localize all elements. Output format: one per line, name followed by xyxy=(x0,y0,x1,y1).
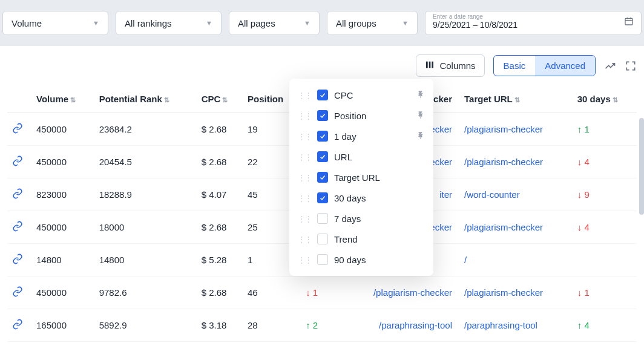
volume-filter[interactable]: Volume ▼ xyxy=(2,11,108,35)
svg-rect-7 xyxy=(420,95,421,98)
basic-toggle[interactable]: Basic xyxy=(494,56,536,76)
cell-1day: ↓ 1 xyxy=(301,276,343,309)
cell-30days: ↓ 4 xyxy=(573,211,637,244)
column-option-label: Trend xyxy=(334,234,358,244)
filters-bar: Volume ▼ All rankings ▼ All pages ▼ All … xyxy=(0,0,644,46)
column-option[interactable]: ⋮⋮ Target URL xyxy=(289,167,433,188)
pin-icon[interactable] xyxy=(416,131,425,142)
column-option[interactable]: ⋮⋮ 30 days xyxy=(289,188,433,208)
col-target-url[interactable]: Target URL⇅ xyxy=(459,85,573,113)
cell-target-url[interactable]: /plagiarism-checker xyxy=(459,146,573,178)
checkbox[interactable] xyxy=(317,131,328,142)
drag-handle-icon[interactable]: ⋮⋮ xyxy=(298,132,311,141)
link-icon[interactable] xyxy=(12,286,23,297)
cell-cpc: $ 2.68 xyxy=(197,113,243,146)
link-icon[interactable] xyxy=(12,221,23,232)
cell-volume: 450000 xyxy=(31,276,94,309)
drag-handle-icon[interactable]: ⋮⋮ xyxy=(298,235,311,244)
pages-filter[interactable]: All pages ▼ xyxy=(229,11,320,35)
cell-30days: ↓ 4 xyxy=(573,146,637,178)
drag-handle-icon[interactable]: ⋮⋮ xyxy=(298,255,311,264)
cell-cpc: $ 2.68 xyxy=(197,146,243,178)
cell-url[interactable]: /plagiarism-checker xyxy=(343,276,459,309)
cell-cpc: $ 3.18 xyxy=(197,309,243,342)
chevron-down-icon: ▼ xyxy=(206,19,212,27)
rankings-filter[interactable]: All rankings ▼ xyxy=(116,11,222,35)
delta-down: ↓ 4 xyxy=(577,157,590,167)
cell-target-url[interactable]: / xyxy=(459,244,573,276)
link-icon[interactable] xyxy=(12,155,23,166)
drag-handle-icon[interactable]: ⋮⋮ xyxy=(298,152,311,162)
date-range-picker[interactable]: Enter a date range 9/25/2021 – 10/8/2021 xyxy=(425,11,642,35)
checkbox[interactable] xyxy=(317,151,328,162)
scrollbar[interactable] xyxy=(639,118,644,215)
col-30-days[interactable]: 30 days⇅ xyxy=(573,85,637,113)
cell-target-url[interactable]: /plagiarism-checker xyxy=(459,113,573,146)
delta-down: ↓ 9 xyxy=(577,189,590,200)
checkbox[interactable] xyxy=(317,90,328,100)
column-option-label: 90 days xyxy=(334,255,366,265)
delta-down: ↓ 1 xyxy=(306,287,318,298)
rankings-filter-label: All rankings xyxy=(125,18,172,28)
drag-handle-icon[interactable]: ⋮⋮ xyxy=(298,91,311,100)
cell-volume: 450000 xyxy=(31,113,94,146)
col-cpc[interactable]: CPC⇅ xyxy=(197,85,243,113)
cell-30days: ↑ 4 xyxy=(573,309,637,342)
cell-volume: 165000 xyxy=(31,309,94,342)
column-option-label: Target URL xyxy=(334,172,380,183)
delta-down: ↓ 4 xyxy=(577,222,590,232)
cell-url[interactable]: /paraphrasing-tool xyxy=(343,309,459,342)
delta-down: ↓ 1 xyxy=(577,287,590,298)
cell-target-url[interactable]: /paraphrasing-tool xyxy=(459,309,573,342)
chevron-down-icon: ▼ xyxy=(93,19,99,27)
advanced-toggle[interactable]: Advanced xyxy=(535,56,595,76)
chart-icon[interactable] xyxy=(604,60,616,72)
column-option[interactable]: ⋮⋮ 1 day xyxy=(289,126,433,146)
link-icon[interactable] xyxy=(12,319,23,330)
column-option[interactable]: ⋮⋮ Trend xyxy=(289,229,433,249)
pin-icon[interactable] xyxy=(416,111,425,121)
column-option[interactable]: ⋮⋮ Position xyxy=(289,105,433,126)
fullscreen-icon[interactable] xyxy=(625,60,637,72)
cell-volume: 823000 xyxy=(31,178,94,211)
checkbox[interactable] xyxy=(317,172,328,183)
cell-rank: 9782.6 xyxy=(94,276,197,309)
column-option-label: 1 day xyxy=(334,131,356,142)
drag-handle-icon[interactable]: ⋮⋮ xyxy=(298,173,311,182)
col-potential-rank[interactable]: Potential Rank⇅ xyxy=(94,85,197,113)
date-range-hint: Enter a date range xyxy=(433,13,483,20)
groups-filter-label: All groups xyxy=(336,18,376,28)
col-volume[interactable]: Volume⇅ xyxy=(31,85,94,113)
column-option[interactable]: ⋮⋮ CPC xyxy=(289,85,433,105)
link-icon[interactable] xyxy=(12,253,23,264)
cell-target-url[interactable]: /plagiarism-checker xyxy=(459,276,573,309)
column-option[interactable]: ⋮⋮ URL xyxy=(289,146,433,167)
chevron-down-icon: ▼ xyxy=(402,19,409,27)
link-icon[interactable] xyxy=(12,188,23,199)
checkbox[interactable] xyxy=(317,192,328,203)
column-option[interactable]: ⋮⋮ 90 days xyxy=(289,249,433,270)
cell-target-url[interactable]: /word-counter xyxy=(459,178,573,211)
cell-target-url[interactable]: /plagiarism-checker xyxy=(459,211,573,244)
column-option[interactable]: ⋮⋮ 7 days xyxy=(289,208,433,229)
delta-up: ↑ 1 xyxy=(577,124,590,134)
cell-volume: 450000 xyxy=(31,211,94,244)
groups-filter[interactable]: All groups ▼ xyxy=(327,11,418,35)
column-option-label: Position xyxy=(334,111,366,121)
checkbox[interactable] xyxy=(317,234,328,244)
cell-cpc: $ 2.68 xyxy=(197,276,243,309)
columns-button[interactable]: Columns xyxy=(416,54,484,77)
checkbox[interactable] xyxy=(317,213,328,224)
calendar-icon xyxy=(624,16,634,28)
drag-handle-icon[interactable]: ⋮⋮ xyxy=(298,111,311,120)
drag-handle-icon[interactable]: ⋮⋮ xyxy=(298,194,311,203)
cell-volume: 14800 xyxy=(31,244,94,276)
cell-30days: ↑ 1 xyxy=(573,113,637,146)
link-icon[interactable] xyxy=(12,123,23,134)
column-option-label: CPC xyxy=(334,90,353,100)
checkbox[interactable] xyxy=(317,110,328,121)
checkbox[interactable] xyxy=(317,254,328,265)
pin-icon[interactable] xyxy=(416,90,425,100)
cell-cpc: $ 2.68 xyxy=(197,211,243,244)
drag-handle-icon[interactable]: ⋮⋮ xyxy=(298,214,311,223)
